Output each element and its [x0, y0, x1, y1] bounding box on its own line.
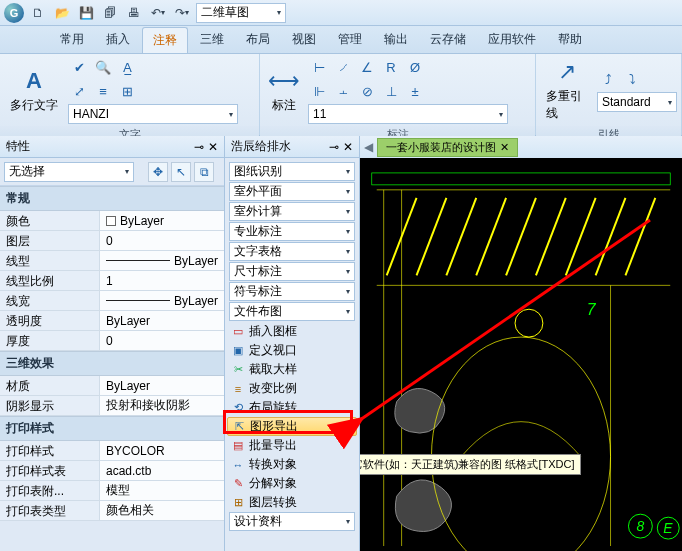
mtext-button[interactable]: A 多行文字	[4, 65, 64, 116]
panel-item-分解对象[interactable]: ✎分解对象	[227, 474, 357, 493]
panel-item-插入图框[interactable]: ▭插入图框	[227, 322, 357, 341]
dim-ord-icon[interactable]: ⊥	[380, 80, 402, 102]
check-spell-icon[interactable]: ✔	[68, 56, 90, 78]
dim-break-icon[interactable]: ⊘	[356, 80, 378, 102]
new-icon[interactable]: 🗋	[28, 3, 48, 23]
dim-baseline-icon[interactable]: ⫠	[332, 80, 354, 102]
app-icon[interactable]: G	[4, 3, 24, 23]
property-value[interactable]: ByLayer	[100, 211, 224, 230]
tab-云存储[interactable]: 云存储	[420, 27, 476, 52]
panel-dropdown[interactable]: 室外计算▾	[229, 202, 355, 221]
tab-nav-left[interactable]: ◀	[364, 140, 373, 154]
dim-continue-icon[interactable]: ⊩	[308, 80, 330, 102]
panel-dropdown[interactable]: 室外平面▾	[229, 182, 355, 201]
property-row[interactable]: 打印表类型颜色相关	[0, 501, 224, 521]
property-row[interactable]: 图层0	[0, 231, 224, 251]
select-objects-icon[interactable]: ↖	[171, 162, 191, 182]
scale-text-icon[interactable]: ⤢	[68, 80, 90, 102]
property-row[interactable]: 打印样式表acad.ctb	[0, 461, 224, 481]
mleader-button[interactable]: ↗ 多重引线	[540, 56, 593, 124]
close-icon[interactable]: ✕	[500, 141, 509, 154]
dim-aligned-icon[interactable]: ⟋	[332, 56, 354, 78]
font-combo[interactable]: HANZI▾	[68, 104, 238, 124]
redo-icon[interactable]: ↷▾	[172, 3, 192, 23]
category-header[interactable]: 打印样式	[0, 416, 224, 441]
panel-item-图形导出[interactable]: ⇱图形导出	[227, 417, 357, 436]
panel-dropdown[interactable]: 尺寸标注▾	[229, 262, 355, 281]
category-header[interactable]: 三维效果	[0, 351, 224, 376]
field-icon[interactable]: ⊞	[116, 80, 138, 102]
dim-radius-icon[interactable]: R	[380, 56, 402, 78]
leader-add-icon[interactable]: ⤴	[597, 68, 619, 90]
close-icon[interactable]: ✕	[208, 140, 218, 154]
workspace-combo[interactable]: 二维草图▾	[196, 3, 286, 23]
dim-diameter-icon[interactable]: Ø	[404, 56, 426, 78]
property-row[interactable]: 打印样式BYCOLOR	[0, 441, 224, 461]
property-value[interactable]: BYCOLOR	[100, 441, 224, 460]
property-value[interactable]: 颜色相关	[100, 501, 224, 520]
panel-dropdown[interactable]: 专业标注▾	[229, 222, 355, 241]
property-value[interactable]: 1	[100, 271, 224, 290]
panel-dropdown[interactable]: 文字表格▾	[229, 242, 355, 261]
property-row[interactable]: 阴影显示投射和接收阴影	[0, 396, 224, 416]
save-icon[interactable]: 💾	[76, 3, 96, 23]
panel-item-截取大样[interactable]: ✂截取大样	[227, 360, 357, 379]
property-value[interactable]: acad.ctb	[100, 461, 224, 480]
panel-dropdown[interactable]: 图纸识别▾	[229, 162, 355, 181]
tab-输出[interactable]: 输出	[374, 27, 418, 52]
property-value[interactable]: 0	[100, 231, 224, 250]
property-row[interactable]: 线型比例1	[0, 271, 224, 291]
panel-dropdown[interactable]: 文件布图▾	[229, 302, 355, 321]
property-value[interactable]: ByLayer	[100, 376, 224, 395]
dim-size-combo[interactable]: 11▾	[308, 104, 508, 124]
leader-remove-icon[interactable]: ⤵	[621, 68, 643, 90]
close-icon[interactable]: ✕	[343, 140, 353, 154]
property-row[interactable]: 材质ByLayer	[0, 376, 224, 396]
document-tab[interactable]: 一套小服装店的设计图✕	[377, 138, 518, 157]
property-row[interactable]: 线型 ByLayer	[0, 251, 224, 271]
toggle-pick-icon[interactable]: ✥	[148, 162, 168, 182]
tab-三维[interactable]: 三维	[190, 27, 234, 52]
dim-angular-icon[interactable]: ∠	[356, 56, 378, 78]
tab-帮助[interactable]: 帮助	[548, 27, 592, 52]
leader-style-combo[interactable]: Standard▾	[597, 92, 677, 112]
property-value[interactable]: 投射和接收阴影	[100, 396, 224, 415]
tab-管理[interactable]: 管理	[328, 27, 372, 52]
panel-item-批量导出[interactable]: ▤批量导出	[227, 436, 357, 455]
pin-icon[interactable]: ⊸	[194, 140, 204, 154]
tab-布局[interactable]: 布局	[236, 27, 280, 52]
panel-item-定义视口[interactable]: ▣定义视口	[227, 341, 357, 360]
tab-视图[interactable]: 视图	[282, 27, 326, 52]
find-icon[interactable]: 🔍	[92, 56, 114, 78]
property-row[interactable]: 打印表附...模型	[0, 481, 224, 501]
panel-item-转换对象[interactable]: ↔转换对象	[227, 455, 357, 474]
tab-应用软件[interactable]: 应用软件	[478, 27, 546, 52]
panel-item-改变比例[interactable]: ≡改变比例	[227, 379, 357, 398]
property-value[interactable]: 模型	[100, 481, 224, 500]
property-value[interactable]: ByLayer	[100, 311, 224, 330]
panel-item-图层转换[interactable]: ⊞图层转换	[227, 493, 357, 512]
property-row[interactable]: 线宽 ByLayer	[0, 291, 224, 311]
property-row[interactable]: 透明度ByLayer	[0, 311, 224, 331]
panel-dropdown[interactable]: 设计资料▾	[229, 512, 355, 531]
selection-combo[interactable]: 无选择▾	[4, 162, 134, 182]
dim-tol-icon[interactable]: ±	[404, 80, 426, 102]
property-value[interactable]: 0	[100, 331, 224, 350]
property-value[interactable]: ByLayer	[100, 251, 224, 270]
tab-插入[interactable]: 插入	[96, 27, 140, 52]
open-icon[interactable]: 📂	[52, 3, 72, 23]
property-row[interactable]: 颜色ByLayer	[0, 211, 224, 231]
drawing-canvas[interactable]: 7 8 E 当前图另存为其它软件(如：天正建筑)兼容的图 纸格式[TXDC]	[360, 158, 682, 551]
dim-button[interactable]: ⟷ 标注	[264, 65, 304, 116]
dim-linear-icon[interactable]: ⊢	[308, 56, 330, 78]
saveall-icon[interactable]: 🗐	[100, 3, 120, 23]
property-row[interactable]: 厚度0	[0, 331, 224, 351]
tab-常用[interactable]: 常用	[50, 27, 94, 52]
panel-dropdown[interactable]: 符号标注▾	[229, 282, 355, 301]
print-icon[interactable]: 🖶	[124, 3, 144, 23]
tab-注释[interactable]: 注释	[142, 27, 188, 53]
quick-select-icon[interactable]: ⧉	[194, 162, 214, 182]
undo-icon[interactable]: ↶▾	[148, 3, 168, 23]
justify-icon[interactable]: ≡	[92, 80, 114, 102]
category-header[interactable]: 常规	[0, 186, 224, 211]
